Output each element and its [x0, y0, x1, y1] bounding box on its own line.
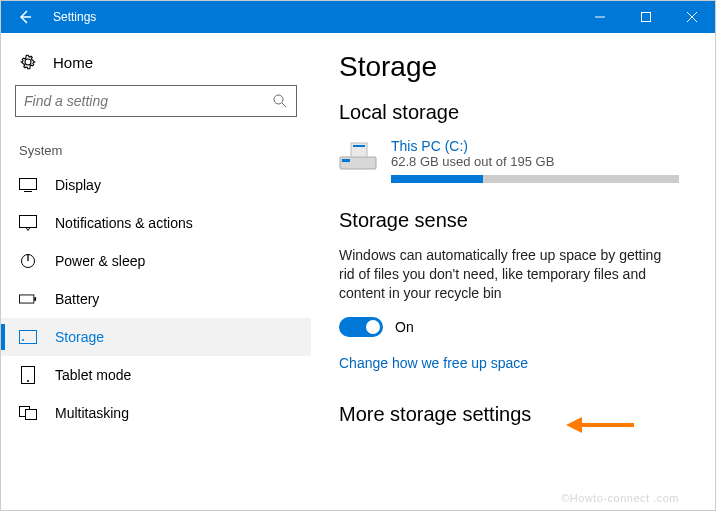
change-free-up-space-link[interactable]: Change how we free up space [339, 355, 528, 371]
svg-rect-9 [20, 216, 37, 228]
sidebar-item-notifications[interactable]: Notifications & actions [1, 204, 311, 242]
power-icon [19, 252, 37, 270]
sidebar-item-storage[interactable]: Storage [1, 318, 311, 356]
tablet-icon [19, 366, 37, 384]
page-title: Storage [339, 51, 705, 83]
local-storage-heading: Local storage [339, 101, 705, 124]
sidebar-item-display[interactable]: Display [1, 166, 311, 204]
sidebar-item-tablet[interactable]: Tablet mode [1, 356, 311, 394]
storage-sense-heading: Storage sense [339, 209, 705, 232]
svg-rect-21 [342, 159, 350, 162]
svg-rect-12 [19, 295, 33, 303]
arrow-left-icon [17, 9, 33, 25]
window-title: Settings [49, 10, 96, 24]
drive-progress-fill [391, 175, 483, 183]
svg-rect-20 [340, 157, 376, 169]
svg-rect-2 [642, 13, 651, 22]
toggle-label: On [395, 319, 414, 335]
storage-sense-toggle[interactable] [339, 317, 383, 337]
drive-name: This PC (C:) [391, 138, 705, 154]
more-storage-heading: More storage settings [339, 403, 705, 426]
sidebar-item-battery[interactable]: Battery [1, 280, 311, 318]
sidebar-item-label: Notifications & actions [55, 215, 193, 231]
drive-icon [339, 141, 377, 171]
svg-rect-23 [353, 145, 365, 147]
minimize-icon [595, 12, 605, 22]
drive-row[interactable]: This PC (C:) 62.8 GB used out of 195 GB [339, 138, 705, 183]
svg-rect-13 [34, 297, 36, 301]
toggle-knob [366, 320, 380, 334]
close-icon [687, 12, 697, 22]
battery-icon [19, 290, 37, 308]
svg-line-6 [282, 103, 286, 107]
svg-point-15 [22, 339, 24, 341]
svg-point-5 [274, 95, 283, 104]
drive-usage-text: 62.8 GB used out of 195 GB [391, 154, 705, 169]
sidebar-item-power[interactable]: Power & sleep [1, 242, 311, 280]
titlebar: Settings [1, 1, 715, 33]
sidebar-item-multitasking[interactable]: Multitasking [1, 394, 311, 432]
home-button[interactable]: Home [1, 45, 311, 85]
svg-point-17 [27, 380, 29, 382]
maximize-icon [641, 12, 651, 22]
search-input[interactable] [24, 93, 272, 109]
sidebar-item-label: Multitasking [55, 405, 129, 421]
maximize-button[interactable] [623, 1, 669, 33]
section-header-system: System [1, 135, 311, 166]
svg-rect-14 [20, 331, 37, 344]
sidebar-item-label: Battery [55, 291, 99, 307]
storage-icon [19, 328, 37, 346]
svg-rect-7 [20, 179, 37, 190]
sidebar-item-label: Display [55, 177, 101, 193]
watermark: ©Howto-connect .com [561, 492, 679, 504]
minimize-button[interactable] [577, 1, 623, 33]
sidebar-item-label: Storage [55, 329, 104, 345]
gear-icon [19, 53, 37, 71]
sidebar: Home System Display Notifications & acti… [1, 33, 311, 510]
search-input-wrapper[interactable] [15, 85, 297, 117]
storage-sense-description: Windows can automatically free up space … [339, 246, 669, 303]
sidebar-item-label: Power & sleep [55, 253, 145, 269]
multitasking-icon [19, 404, 37, 422]
drive-progress [391, 175, 679, 183]
svg-rect-19 [26, 410, 37, 420]
search-icon [272, 93, 288, 109]
display-icon [19, 176, 37, 194]
notifications-icon [19, 214, 37, 232]
back-button[interactable] [1, 1, 49, 33]
home-label: Home [53, 54, 93, 71]
main-pane: Storage Local storage This PC (C:) 62.8 … [311, 33, 715, 510]
close-button[interactable] [669, 1, 715, 33]
sidebar-item-label: Tablet mode [55, 367, 131, 383]
